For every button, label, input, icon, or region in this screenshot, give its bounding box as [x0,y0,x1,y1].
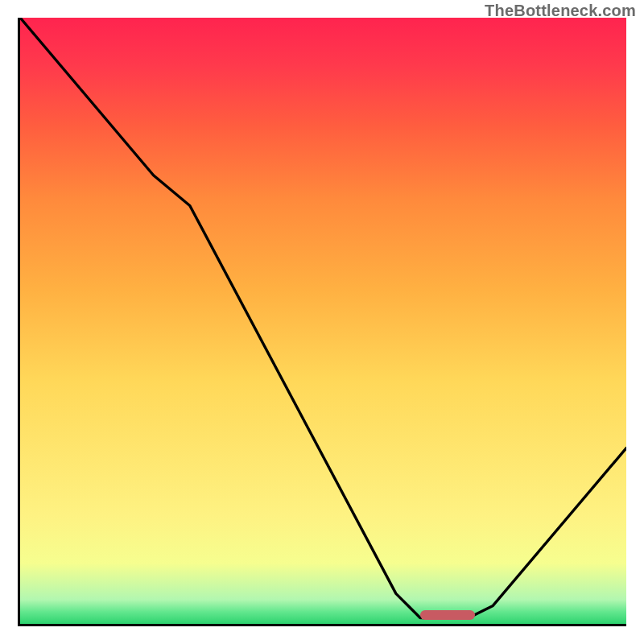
plot-area [18,18,626,626]
chart-container: TheBottleneck.com [0,0,644,644]
bottleneck-curve [20,18,626,617]
optimal-marker [420,610,475,620]
curve-overlay [20,18,626,624]
